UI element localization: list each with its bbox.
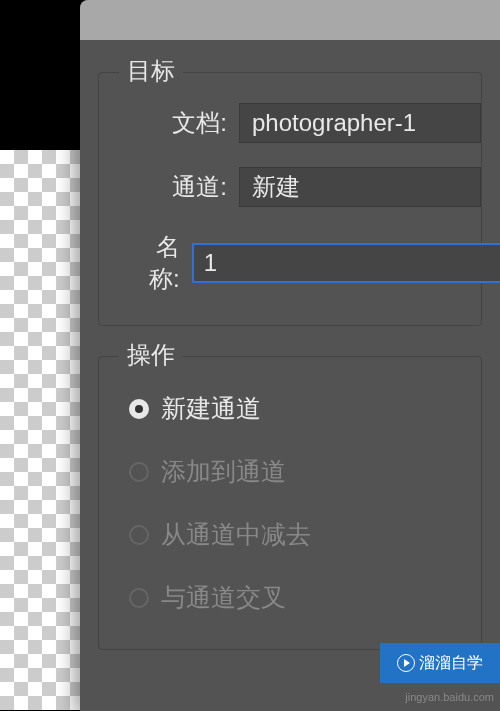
radio-label: 添加到通道: [161, 455, 286, 488]
name-input[interactable]: [192, 243, 500, 283]
radio-icon: [129, 525, 149, 545]
document-label: 文档:: [149, 107, 227, 139]
dialog-window: 目标 文档: photographer-1 通道: 新建 名称: 操作 新建通道: [80, 0, 500, 711]
operation-fieldset: 操作 新建通道 添加到通道 从通道中减去 与通道交叉: [98, 356, 482, 650]
operation-radio-group: 新建通道 添加到通道 从通道中减去 与通道交叉: [129, 392, 481, 614]
operation-legend: 操作: [119, 339, 183, 371]
brand-text: 溜溜自学: [419, 653, 483, 674]
play-icon: [397, 654, 415, 672]
name-row: 名称:: [99, 231, 481, 295]
channel-row: 通道: 新建: [99, 167, 481, 207]
target-fieldset: 目标 文档: photographer-1 通道: 新建 名称:: [98, 72, 482, 326]
radio-subtract-from-channel: 从通道中减去: [129, 518, 481, 551]
radio-new-channel[interactable]: 新建通道: [129, 392, 481, 425]
radio-icon: [129, 462, 149, 482]
target-legend: 目标: [119, 55, 183, 87]
radio-label: 从通道中减去: [161, 518, 311, 551]
name-label: 名称:: [149, 231, 180, 295]
radio-label: 与通道交叉: [161, 581, 286, 614]
document-row: 文档: photographer-1: [99, 103, 481, 143]
radio-add-to-channel: 添加到通道: [129, 455, 481, 488]
radio-icon: [129, 399, 149, 419]
brand-overlay: 溜溜自学: [380, 643, 500, 683]
radio-label: 新建通道: [161, 392, 261, 425]
watermark-text: jingyan.baidu.com: [405, 691, 494, 703]
channel-label: 通道:: [149, 171, 227, 203]
dialog-titlebar[interactable]: [80, 0, 500, 40]
radio-icon: [129, 588, 149, 608]
channel-select[interactable]: 新建: [239, 167, 481, 207]
document-select[interactable]: photographer-1: [239, 103, 481, 143]
radio-intersect-channel: 与通道交叉: [129, 581, 481, 614]
canvas-checkerboard: [0, 150, 80, 710]
